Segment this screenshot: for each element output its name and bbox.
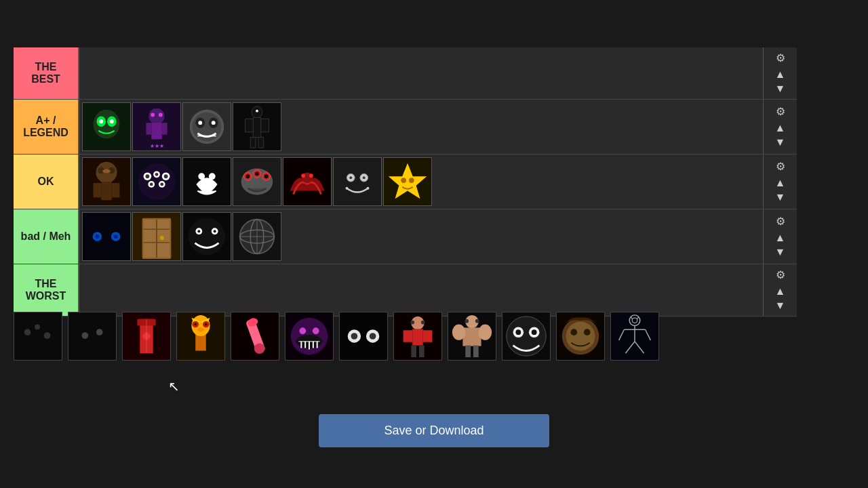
- tier-content-a[interactable]: ★★★: [78, 100, 763, 154]
- svg-point-11: [151, 113, 155, 117]
- char-shadow-tall[interactable]: [233, 102, 281, 151]
- char-yellow-star[interactable]: [383, 157, 432, 206]
- gear-button-worst[interactable]: ⚙: [774, 268, 787, 282]
- svg-point-45: [145, 174, 149, 178]
- svg-point-69: [363, 176, 366, 179]
- gear-button-best[interactable]: ⚙: [774, 52, 787, 65]
- gear-button-ok[interactable]: ⚙: [774, 160, 787, 174]
- svg-point-136: [313, 327, 319, 334]
- svg-point-47: [164, 174, 168, 178]
- char-red-tentacles[interactable]: [283, 157, 332, 206]
- tier-label-worst: THE WORST: [14, 264, 78, 316]
- svg-rect-156: [465, 346, 471, 357]
- up-arrow-best[interactable]: ▲: [774, 68, 787, 81]
- char-ghost-green[interactable]: [82, 102, 131, 151]
- tier-controls-worst: ⚙ ▲ ▼: [763, 264, 797, 316]
- bottom-char-dark2[interactable]: [68, 312, 117, 361]
- char-purple-figure[interactable]: ★★★: [132, 102, 181, 151]
- down-arrow-ok[interactable]: ▼: [774, 190, 787, 204]
- svg-point-71: [367, 187, 370, 190]
- svg-rect-35: [94, 183, 102, 197]
- svg-point-103: [35, 325, 40, 330]
- bottom-char-two-eyes[interactable]: [339, 312, 388, 361]
- svg-point-154: [452, 325, 465, 340]
- svg-rect-148: [419, 346, 425, 357]
- svg-point-158: [465, 319, 469, 323]
- bottom-char-red-fighter[interactable]: [393, 312, 442, 361]
- tier-label-bad: bad / Meh: [14, 209, 78, 264]
- down-arrow-worst[interactable]: ▼: [774, 299, 787, 312]
- tier-content-ok[interactable]: [78, 155, 763, 209]
- arrows-best: ▲ ▼: [774, 68, 787, 96]
- arrows-worst: ▲ ▼: [774, 285, 787, 312]
- svg-point-68: [349, 176, 352, 179]
- char-smile-dots[interactable]: [333, 157, 382, 206]
- gear-button-bad[interactable]: ⚙: [774, 215, 787, 228]
- tier-row-bad: bad / Meh: [14, 209, 797, 264]
- svg-rect-137: [340, 312, 387, 360]
- down-arrow-bad[interactable]: ▼: [774, 245, 787, 259]
- svg-point-79: [95, 235, 99, 239]
- svg-point-23: [252, 106, 262, 119]
- bottom-char-yellow-fox[interactable]: [176, 312, 225, 361]
- bottom-char-dark1[interactable]: [14, 312, 62, 361]
- bottom-char-red-pillar[interactable]: [122, 312, 171, 361]
- up-arrow-ok[interactable]: ▲: [774, 176, 787, 190]
- tier-controls-ok: ⚙ ▲ ▼: [763, 155, 797, 209]
- down-arrow-a[interactable]: ▼: [774, 136, 787, 149]
- svg-point-75: [409, 178, 414, 183]
- mouse-cursor: ↖: [168, 378, 180, 394]
- char-grey-monster[interactable]: [233, 157, 281, 206]
- svg-rect-9: [146, 123, 151, 135]
- save-download-button[interactable]: Save or Download: [319, 414, 549, 447]
- svg-point-19: [198, 121, 202, 125]
- tier-row-a: A+ / LEGEND: [14, 100, 797, 155]
- bottom-char-muscular[interactable]: [448, 312, 496, 361]
- svg-rect-25: [253, 117, 261, 137]
- svg-point-169: [570, 329, 577, 336]
- svg-rect-145: [403, 330, 413, 342]
- char-freddy[interactable]: [82, 157, 131, 206]
- bottom-char-purple-mouth[interactable]: [285, 312, 334, 361]
- tier-list: THE BEST ⚙ ▲ ▼ A+ / LEGEND: [14, 47, 797, 317]
- tier-content-worst[interactable]: [78, 264, 763, 316]
- character-pool: [14, 312, 854, 361]
- svg-point-149: [410, 321, 414, 325]
- char-black-smile[interactable]: [182, 157, 231, 206]
- svg-point-141: [370, 333, 376, 340]
- svg-point-164: [515, 329, 521, 335]
- svg-point-93: [214, 230, 216, 232]
- char-globe-head[interactable]: [233, 212, 281, 261]
- bottom-char-skeleton[interactable]: [610, 312, 659, 361]
- tier-content-best[interactable]: [78, 47, 763, 99]
- svg-rect-28: [250, 138, 256, 148]
- tier-content-bad[interactable]: [78, 209, 763, 264]
- char-black-smile2[interactable]: [182, 212, 231, 261]
- bottom-char-hairy-head[interactable]: [556, 312, 605, 361]
- svg-rect-26: [245, 119, 254, 131]
- tier-controls-best: ⚙ ▲ ▼: [763, 47, 797, 99]
- up-arrow-bad[interactable]: ▲: [774, 231, 787, 245]
- svg-point-159: [475, 319, 479, 323]
- svg-point-101: [24, 329, 31, 336]
- svg-point-52: [209, 173, 216, 180]
- char-wooden-door[interactable]: [132, 212, 181, 261]
- svg-point-135: [299, 327, 306, 334]
- svg-rect-157: [473, 346, 479, 357]
- bottom-char-smile-face[interactable]: [502, 312, 551, 361]
- svg-point-58: [245, 174, 250, 178]
- up-arrow-worst[interactable]: ▲: [774, 285, 787, 298]
- char-eyes-purple[interactable]: [132, 157, 181, 206]
- up-arrow-a[interactable]: ▲: [774, 121, 787, 135]
- svg-point-12: [159, 113, 163, 117]
- svg-rect-100: [14, 312, 62, 360]
- down-arrow-best[interactable]: ▼: [774, 82, 787, 96]
- char-metal-face[interactable]: [182, 102, 231, 151]
- bottom-char-pink-arm[interactable]: [231, 312, 279, 361]
- svg-point-120: [205, 323, 208, 326]
- svg-point-59: [255, 171, 259, 176]
- svg-point-92: [197, 230, 200, 232]
- gear-button-a[interactable]: ⚙: [774, 105, 787, 119]
- tier-controls-bad: ⚙ ▲ ▼: [763, 209, 797, 264]
- char-blue-eyes[interactable]: [82, 212, 131, 261]
